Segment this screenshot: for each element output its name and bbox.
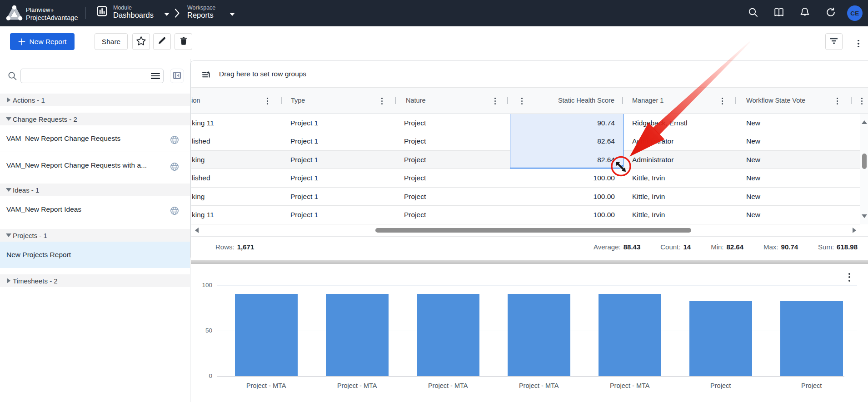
column-header[interactable]: sion [190,88,200,113]
vertical-scroll-thumb[interactable] [862,154,867,169]
sum-label: Sum: [818,243,834,251]
cell[interactable]: New [746,188,760,206]
column-resize-handle[interactable] [851,97,852,104]
cell[interactable]: Project 1 [290,169,318,187]
fill-handle[interactable] [620,165,623,169]
workspace-switcher[interactable]: Workspace Reports [187,5,235,20]
cell[interactable]: 100.00 [510,169,615,187]
cell[interactable]: Administrator [632,151,673,169]
cell[interactable]: king 11 [192,206,214,224]
horizontal-scrollbar[interactable] [191,224,860,236]
column-header[interactable]: Type [291,88,305,113]
sidebar-item-report[interactable]: VAM_New Report Change Requests [0,125,190,152]
column-resize-handle[interactable] [622,97,623,104]
cell[interactable]: 82.64 [510,151,615,169]
cell[interactable]: New [746,169,760,187]
cell[interactable]: Project 1 [290,114,318,132]
cell[interactable]: king [192,151,205,169]
column-menu-kebab-icon[interactable] [267,97,268,105]
documentation-button[interactable] [769,3,789,23]
column-resize-handle[interactable] [507,97,508,104]
cell[interactable]: lished [192,132,210,150]
column-header[interactable]: Static Health Score [510,88,614,113]
cell[interactable]: Kittle, Irvin [632,206,665,224]
horizontal-scroll-thumb[interactable] [375,228,691,233]
share-button[interactable]: Share [95,33,128,50]
filter-button[interactable] [825,33,843,50]
cell[interactable]: king [192,188,205,206]
brand-logo[interactable]: Planview® ProjectAdvantage [6,5,78,23]
refresh-button[interactable] [821,3,841,23]
cell[interactable]: Project 1 [290,151,318,169]
table-row[interactable]: lished Project 1 Project 82.64 Administr… [191,132,868,151]
global-search-button[interactable] [743,3,763,23]
favorite-button[interactable] [132,33,150,50]
cell[interactable]: Project [404,169,426,187]
cell[interactable]: Administrator [632,132,673,150]
column-menu-kebab-icon[interactable] [722,97,723,105]
cell[interactable]: 82.64 [510,132,615,150]
panel-splitter[interactable] [191,260,868,264]
column-header[interactable]: Nature [406,88,426,113]
sidebar-section-timesheets[interactable]: Timesheets - 2 [0,274,190,287]
sidebar-section-projects[interactable]: Projects - 1 [0,229,190,242]
cell[interactable]: New [746,132,760,150]
scroll-right-arrow-icon[interactable] [853,228,856,233]
cell[interactable]: New [746,206,760,224]
cell[interactable]: Ridgeback, Ernstl [632,114,687,132]
table-row[interactable]: king Project 1 Project 100.00 Kittle, Ir… [191,188,868,206]
cell[interactable]: lished [192,169,210,187]
sidebar-item-report[interactable]: VAM_New Report Ideas [0,196,190,223]
cell[interactable]: New [746,151,760,169]
column-header[interactable]: Workflow State Vote [746,88,805,113]
cell[interactable]: Project 1 [290,206,318,224]
column-menu-kebab-icon[interactable] [861,97,863,105]
cell[interactable]: Project [404,151,426,169]
table-row[interactable]: king 11 Project 1 Project 90.74 Ridgebac… [191,114,868,133]
cell[interactable]: Project 1 [290,188,318,206]
sidebar-search-input[interactable] [20,69,164,83]
table-row[interactable]: lished Project 1 Project 100.00 Kittle, … [191,169,868,188]
column-resize-handle[interactable] [281,97,282,104]
cell[interactable]: Project [404,114,426,132]
column-menu-kebab-icon[interactable] [381,97,383,105]
cell[interactable]: Project [404,132,426,150]
notifications-button[interactable] [795,3,815,23]
scroll-down-arrow-icon[interactable] [862,214,867,218]
cell[interactable]: Kittle, Irvin [632,169,665,187]
cell[interactable]: Project [404,188,426,206]
cell[interactable]: Kittle, Irvin [632,188,665,206]
column-menu-kebab-icon[interactable] [494,97,496,105]
chart-bar-label: Project - MTA [494,382,584,389]
cell[interactable]: Project [404,206,426,224]
column-resize-handle[interactable] [735,97,736,104]
sidebar-section-actions[interactable]: Actions - 1 [0,94,190,106]
scroll-up-arrow-icon[interactable] [862,120,867,124]
delete-button[interactable] [175,33,192,50]
cell[interactable]: New [746,114,760,132]
column-resize-handle[interactable] [395,97,396,104]
cell[interactable]: king 11 [192,114,214,132]
hamburger-menu-icon[interactable] [151,72,160,80]
column-menu-kebab-icon[interactable] [837,97,838,105]
sidebar-section-ideas[interactable]: Ideas - 1 [0,184,190,196]
sidebar-section-change-requests[interactable]: Change Requests - 2 [0,113,190,125]
vertical-scrollbar[interactable] [860,114,868,224]
sidebar-item-report[interactable]: VAM_New Report Change Requests with a... [0,152,190,179]
toolbar-kebab-menu[interactable] [855,36,862,51]
row-group-drop-zone[interactable]: Drag here to set row groups [191,61,868,88]
avatar[interactable]: CE [847,5,863,21]
new-report-button[interactable]: New Report [10,33,75,50]
edit-button[interactable] [153,33,171,50]
cell[interactable]: 100.00 [510,188,615,206]
cell[interactable]: 100.00 [510,206,615,224]
module-switcher[interactable]: Module Dashboards [97,5,170,20]
sidebar-item-report-selected[interactable]: New Projects Report [0,242,190,268]
cell[interactable]: Project 1 [290,132,318,150]
column-header[interactable]: Manager 1 [632,88,663,113]
collapse-sidebar-button[interactable] [170,69,184,83]
table-row[interactable]: king Project 1 Project 82.64 Administrat… [191,151,868,169]
cell[interactable]: 90.74 [510,114,615,132]
scroll-left-arrow-icon[interactable] [195,228,199,233]
table-row[interactable]: king 11 Project 1 Project 100.00 Kittle,… [191,206,868,224]
